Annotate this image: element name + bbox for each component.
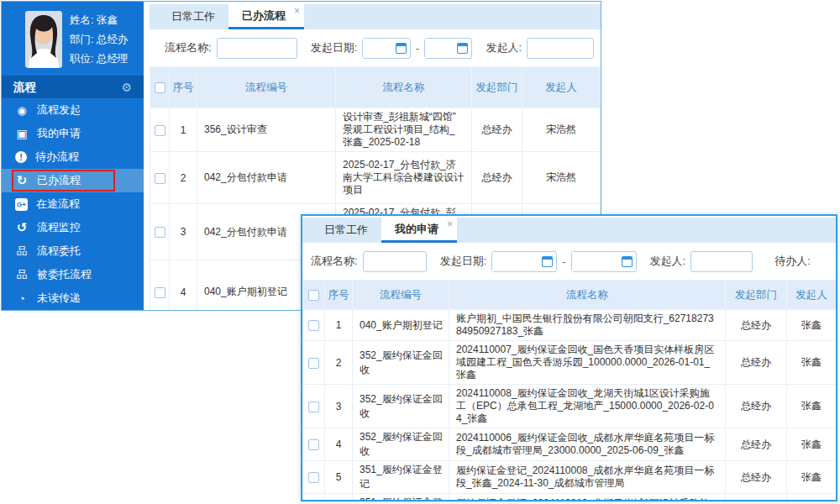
section-title: 流程 [13,80,36,95]
cell-dept: 总经办 [472,108,522,152]
idcard-icon [15,127,29,140]
sidebar-item[interactable]: 未读传递 [2,286,144,310]
filter-bar: 流程名称: 发起日期: - 发起人: [150,29,601,66]
row-checkbox[interactable] [308,320,319,331]
sidebar-item[interactable]: 被委托流程 [2,263,144,286]
tab[interactable]: 我的申请 × [381,218,457,243]
table-row[interactable]: 6 351_履约保证金登记 履约保证金登记_2024110010_龙湖天街城1区… [303,494,837,502]
table-row[interactable]: 3 352_履约保证金回收 2024110008_履约保证金回收_龙湖天街城1区… [303,385,837,428]
sidebar-item[interactable]: 流程监控 [2,216,144,239]
column-header: 发起部门 [726,281,787,310]
sidebar-item[interactable]: 流程发起 [2,98,144,122]
sidebar: 姓名: 张鑫 部门: 总经办 职位: 总经理 流程 流程发起 我的申请 [2,2,144,310]
date-from-input[interactable] [363,39,395,58]
select-all-cell [150,67,170,108]
sidebar-item[interactable]: 在途流程 [2,192,144,216]
row-checkbox[interactable] [308,472,319,483]
date-to-input[interactable] [572,252,622,271]
close-icon[interactable]: × [447,218,453,230]
sidebar-item-label: 流程发起 [37,102,81,118]
row-checkbox[interactable] [155,287,165,298]
cell-name: 2024110007_履约保证金回收_国色天香项目实体样板房区域园建工程_国色天… [449,341,726,385]
cell-no: 4 [170,260,197,311]
cell-person: 张鑫 [787,494,837,502]
filter-bar: 流程名称: 发起日期: - 发起人: 待办人: [302,243,836,280]
tab-bar: 日常工作 我的申请 × [302,218,836,243]
tab[interactable]: 日常工作 [158,4,228,29]
row-checkbox[interactable] [308,358,319,369]
tab[interactable]: 已办流程 × [228,4,304,29]
cell-no: 3 [325,385,353,428]
cell-code: 351_履约保证金登记 [353,494,449,502]
table-row[interactable]: 5 351_履约保证金登记 履约保证金登记_2024110008_成都水岸华庭名… [303,461,837,494]
cell-code: 352_履约保证金回收 [353,428,449,461]
cell-code: 040_账户期初登记 [353,310,449,341]
table-row[interactable]: 4 352_履约保证金回收 2024110006_履约保证金回收_成都水岸华庭名… [303,428,837,461]
cell-person: 张鑫 [787,428,837,461]
my-application-table: 序号流程编号流程名称发起部门发起人 1 040_账户期初登记 账户期初_中国民生… [302,280,837,501]
user-profile: 姓名: 张鑫 部门: 总经办 职位: 总经理 [2,2,144,76]
column-header: 发起部门 [472,67,522,108]
date-to-field[interactable] [571,251,637,272]
avatar-photo [25,11,62,68]
table-body: 1 040_账户期初登记 账户期初_中国民生银行股份有限公司朝阳支行_62718… [303,310,837,502]
flow-name-input[interactable] [363,251,427,272]
select-all-cell [303,281,325,310]
date-from-field[interactable] [491,251,557,272]
cell-name: 账户期初_中国民生银行股份有限公司朝阳支行_627182738495092718… [449,310,726,341]
cell-person: 宋浩然 [522,108,601,152]
row-checkbox[interactable] [155,125,165,136]
sidebar-item-label: 我的申请 [37,126,81,141]
filter-todo-label: 待办人: [774,254,811,269]
row-checkbox[interactable] [155,173,165,184]
sidebar-item[interactable]: 我的申请 [2,122,144,145]
close-icon[interactable]: × [294,5,300,17]
sidebar-item-label: 已办流程 [37,173,81,188]
cell-no: 2 [325,341,353,385]
cell-no: 2 [170,152,197,204]
filter-person-label: 发起人: [650,254,686,269]
date-to-field[interactable] [424,38,472,59]
cell-code: 356_设计审查 [197,108,336,152]
sidebar-item[interactable]: 已办流程 [2,169,144,192]
calendar-icon[interactable] [622,256,633,267]
cell-no: 1 [325,310,353,341]
cell-person: 张鑫 [787,341,837,385]
table-row[interactable]: 1 040_账户期初登记 账户期初_中国民生银行股份有限公司朝阳支行_62718… [303,310,837,341]
column-header: 序号 [170,67,197,108]
column-header: 流程编号 [197,67,336,108]
initiator-input[interactable] [690,251,753,272]
calendar-icon[interactable] [396,43,407,54]
calendar-icon[interactable] [542,256,553,267]
calendar-icon[interactable] [457,43,468,54]
column-header: 流程名称 [449,281,726,310]
sidebar-item-label: 被委托流程 [37,267,92,282]
date-to-input[interactable] [425,39,457,58]
cell-dept: 总经办 [472,152,522,204]
table-row[interactable]: 2 352_履约保证金回收 2024110007_履约保证金回收_国色天香项目实… [303,341,837,385]
select-all-checkbox[interactable] [155,82,165,93]
initiator-input[interactable] [527,38,594,59]
tab-label: 日常工作 [324,223,368,238]
sidebar-item[interactable]: 流程委托 [2,239,144,263]
gplus-icon [15,198,28,211]
row-checkbox[interactable] [308,402,319,412]
cell-person: 张鑫 [787,310,837,341]
cell-no: 4 [325,428,353,461]
table-row[interactable]: 2 042_分包付款申请 2025-02-17_分包付款_济南大学工科综合楼建设… [150,152,601,204]
sidebar-item[interactable]: 待办流程 [2,145,144,169]
cell-dept: 总经办 [726,310,787,341]
gear-icon[interactable] [121,81,132,94]
row-checkbox[interactable] [155,227,165,238]
cell-no: 3 [170,204,197,260]
exclaim-icon [15,151,27,163]
select-all-checkbox[interactable] [308,290,319,301]
date-from-input[interactable] [492,252,542,271]
tab[interactable]: 日常工作 [311,218,381,243]
date-from-field[interactable] [362,38,410,59]
flow-name-input[interactable] [217,38,297,59]
profile-dept: 部门: 总经办 [70,30,128,50]
sidebar-menu: 流程发起 我的申请 待办流程 已办流程 [2,98,144,310]
row-checkbox[interactable] [308,439,319,450]
table-row[interactable]: 1 356_设计审查 设计审查_彭祖新城“四馆”景观工程设计项目_结构_张鑫_2… [150,108,601,152]
